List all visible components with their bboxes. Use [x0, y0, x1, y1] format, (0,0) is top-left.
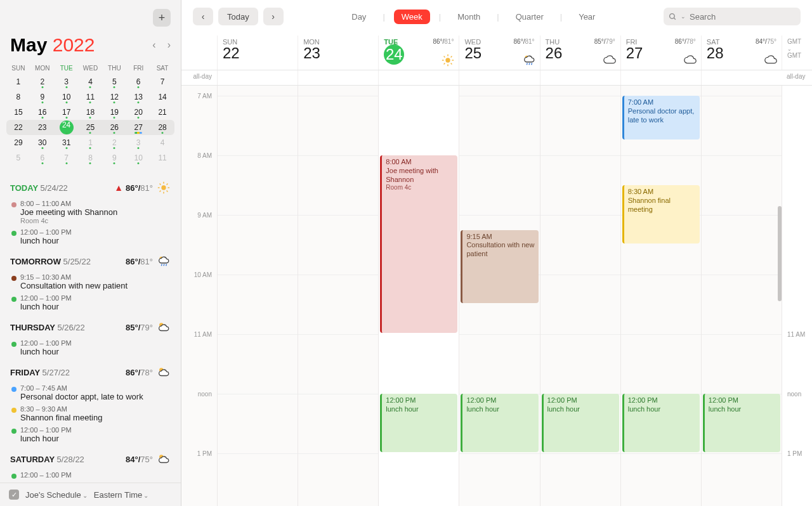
- allday-label: all-day: [181, 70, 217, 85]
- mini-day[interactable]: 29: [6, 135, 30, 150]
- mini-day[interactable]: 3: [126, 135, 150, 150]
- day-column[interactable]: 9:15 AMConsultation with new patient12:0…: [459, 86, 539, 506]
- svg-line-17: [674, 18, 676, 20]
- day-column[interactable]: 12:00 PMlunch hour: [540, 86, 620, 506]
- mini-day[interactable]: 8: [6, 89, 30, 105]
- tz-gutter[interactable]: GMT ⌄GMT: [782, 36, 812, 70]
- agenda-event[interactable]: 9:15 – 10:30 AM Consultation with new pa…: [10, 272, 171, 292]
- day-column[interactable]: 12:00 PMlunch hour: [701, 86, 782, 506]
- mini-calendar[interactable]: SUNMONTUEWEDTHUFRISAT1234567891011121314…: [0, 61, 181, 171]
- week-day-header[interactable]: WED 25 86°/81°: [459, 36, 539, 70]
- week-day-header[interactable]: MON 23: [298, 36, 378, 70]
- mini-day[interactable]: 1: [6, 74, 30, 89]
- mini-day[interactable]: 7: [55, 150, 79, 165]
- mini-day[interactable]: 11: [150, 150, 174, 165]
- mini-day[interactable]: 6: [126, 74, 150, 89]
- mini-day[interactable]: 27: [126, 120, 150, 135]
- mini-day[interactable]: 13: [126, 89, 150, 105]
- week-event[interactable]: 9:15 AMConsultation with new patient: [461, 230, 538, 304]
- week-event[interactable]: 12:00 PMlunch hour: [380, 394, 457, 452]
- week-event[interactable]: 12:00 PMlunch hour: [542, 394, 619, 452]
- mini-day[interactable]: 24: [55, 120, 79, 135]
- mini-day[interactable]: 4: [79, 74, 103, 89]
- week-event[interactable]: 7:00 AMPersonal doctor appt, late to wor…: [622, 96, 700, 139]
- agenda-event[interactable]: 7:00 – 7:45 AM Personal doctor appt, lat…: [10, 383, 171, 403]
- view-month[interactable]: Month: [450, 10, 488, 24]
- scrollbar-thumb[interactable]: [778, 206, 782, 301]
- week-day-header[interactable]: SUN 22: [217, 36, 298, 70]
- mini-day[interactable]: 7: [150, 74, 174, 89]
- calendar-visibility-checkbox[interactable]: ✓: [9, 490, 19, 500]
- week-day-header[interactable]: FRI 27 86°/78°: [620, 36, 701, 70]
- agenda-event[interactable]: 12:00 – 1:00 PM lunch hour: [10, 227, 171, 247]
- agenda-list[interactable]: TODAY 5/24/22 ▲ 86°/81° 8:00 – 11:00 AM …: [0, 171, 181, 483]
- mini-day[interactable]: 9: [30, 89, 55, 105]
- week-event[interactable]: 8:00 AMJoe meeting with ShannonRoom 4c: [380, 155, 457, 333]
- week-event[interactable]: 12:00 PMlunch hour: [703, 394, 780, 452]
- day-column[interactable]: [217, 86, 298, 506]
- mini-day[interactable]: 9: [102, 150, 126, 165]
- mini-day[interactable]: 16: [30, 105, 55, 120]
- week-day-header[interactable]: SAT 28 84°/75°: [701, 36, 782, 70]
- mini-day[interactable]: 19: [102, 105, 126, 120]
- agenda-event[interactable]: 8:30 – 9:30 AM Shannon final meeting: [10, 404, 171, 424]
- day-column[interactable]: 7:00 AMPersonal doctor appt, late to wor…: [620, 86, 701, 506]
- agenda-event[interactable]: 12:00 – 1:00 PM lunch hour: [10, 338, 171, 358]
- mini-day[interactable]: 15: [6, 105, 30, 120]
- prev-month-button[interactable]: ‹: [152, 39, 155, 51]
- agenda-event[interactable]: 12:00 – 1:00 PM lunch hour: [10, 425, 171, 444]
- search-input[interactable]: [690, 12, 796, 22]
- mini-day[interactable]: 28: [150, 120, 174, 135]
- mini-day[interactable]: 1: [79, 135, 103, 150]
- mini-day[interactable]: 10: [126, 150, 150, 165]
- mini-day[interactable]: 8: [79, 150, 103, 165]
- mini-day[interactable]: 20: [126, 105, 150, 120]
- mini-day[interactable]: 4: [150, 135, 174, 150]
- week-day-header[interactable]: THU 26 85°/79°: [540, 36, 620, 70]
- agenda-event[interactable]: 8:00 – 11:00 AM Joe meeting with Shannon…: [10, 198, 171, 226]
- mini-day[interactable]: 10: [55, 89, 79, 105]
- week-grid[interactable]: 7 AM8 AM9 AM10 AM11 AMnoon1 PM 8:00 AMJo…: [181, 86, 812, 506]
- mini-day[interactable]: 14: [150, 89, 174, 105]
- week-event[interactable]: 8:30 AMShannon final meeting: [622, 185, 700, 243]
- calendar-picker[interactable]: Joe's Schedule⌄: [25, 490, 88, 500]
- mini-day[interactable]: 22: [6, 120, 30, 135]
- mini-day[interactable]: 5: [6, 150, 30, 165]
- mini-day[interactable]: 23: [30, 120, 55, 135]
- agenda-day-header: THURSDAY 5/26/22 85°/79°: [10, 314, 171, 337]
- mini-day[interactable]: 25: [79, 120, 103, 135]
- mini-day[interactable]: 31: [55, 135, 79, 150]
- view-day[interactable]: Day: [344, 10, 374, 24]
- weather-icon: [764, 53, 778, 67]
- mini-day[interactable]: 26: [102, 120, 126, 135]
- view-week[interactable]: Week: [394, 10, 430, 24]
- mini-day[interactable]: 21: [150, 105, 174, 120]
- next-month-button[interactable]: ›: [167, 39, 171, 51]
- view-year[interactable]: Year: [571, 10, 603, 24]
- mini-day[interactable]: 30: [30, 135, 55, 150]
- week-day-header[interactable]: TUE 24 86°/81°: [378, 36, 459, 70]
- view-quarter[interactable]: Quarter: [508, 10, 551, 24]
- go-today-button[interactable]: Today: [218, 8, 258, 25]
- day-column[interactable]: [298, 86, 378, 506]
- mini-day[interactable]: 18: [79, 105, 103, 120]
- mini-day[interactable]: 12: [102, 89, 126, 105]
- next-week-button[interactable]: ›: [263, 8, 284, 25]
- agenda-event[interactable]: 12:00 – 1:00 PM: [10, 470, 171, 480]
- add-event-button[interactable]: +: [153, 9, 171, 27]
- mini-day[interactable]: 3: [55, 74, 79, 89]
- mini-day[interactable]: 2: [30, 74, 55, 89]
- search-field[interactable]: ⌄: [664, 8, 801, 25]
- mini-day[interactable]: 17: [55, 105, 79, 120]
- mini-day[interactable]: 6: [30, 150, 55, 165]
- week-event[interactable]: 12:00 PMlunch hour: [622, 394, 700, 452]
- prev-week-button[interactable]: ‹: [193, 8, 213, 25]
- timezone-picker[interactable]: Eastern Time⌄: [94, 490, 149, 500]
- day-column[interactable]: 8:00 AMJoe meeting with ShannonRoom 4c12…: [378, 86, 459, 506]
- svg-line-5: [160, 184, 161, 185]
- mini-day[interactable]: 2: [102, 135, 126, 150]
- mini-day[interactable]: 11: [79, 89, 103, 105]
- week-event[interactable]: 12:00 PMlunch hour: [461, 394, 538, 452]
- mini-day[interactable]: 5: [102, 74, 126, 89]
- agenda-event[interactable]: 12:00 – 1:00 PM lunch hour: [10, 293, 171, 313]
